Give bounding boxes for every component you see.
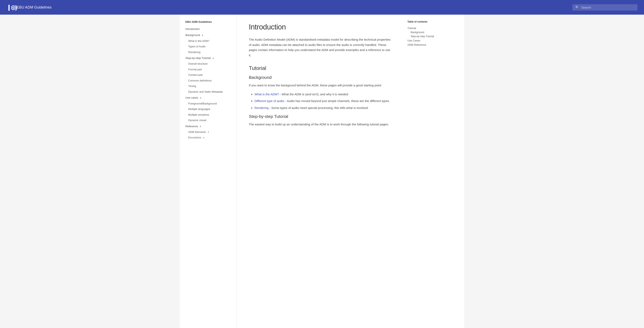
search-box[interactable]: 🔍 — [572, 4, 638, 10]
sidebar-item-content-part[interactable]: Content part — [184, 72, 233, 78]
bullet-link[interactable]: Rendering — [254, 106, 268, 110]
sidebar-item-label: ADM Elements — [188, 130, 206, 134]
toc-item-toc-background[interactable]: Background — [408, 30, 444, 34]
sidebar-item-label: Reference — [186, 124, 198, 128]
sidebar-item-multiple-languages[interactable]: Multiple languages — [184, 106, 233, 112]
list-item: Different type of audio - Audio has move… — [254, 98, 391, 104]
background-heading: Background — [249, 75, 391, 80]
sidebar-item-common-definitions[interactable]: Common definitions — [184, 78, 233, 84]
bullet-link[interactable]: What is the ADM? — [254, 92, 279, 96]
sidebar-item-dynamic-mixed[interactable]: Dynamic mixed — [184, 118, 233, 123]
sidebar-item-adm-elements[interactable]: ADM Elements∧ — [184, 129, 233, 135]
toc-items: TutorialBackgroundStep-by-step TutorialU… — [408, 26, 444, 47]
step-by-step-text: The easiest way to build up an understan… — [249, 122, 391, 127]
main-content: Introduction The Audio Definition Model … — [236, 15, 403, 328]
sidebar-item-label: Multiple languages — [188, 107, 210, 111]
sidebar-item-step-by-step[interactable]: Step-by-step Tutorial∧ — [184, 55, 233, 61]
sidebar: EBU ADM Guidelines IntroductionBackgroun… — [180, 15, 236, 328]
sidebar-item-label: Multiple storylines — [188, 113, 209, 117]
sidebar-item-multiple-storylines[interactable]: Multiple storylines — [184, 112, 233, 118]
background-bullet-list: What is the ADM? - What the ADM is (and … — [249, 92, 391, 110]
toc-item-toc-use-cases[interactable]: Use Cases — [408, 38, 444, 43]
page-layout: EBU ADM Guidelines IntroductionBackgroun… — [180, 15, 464, 328]
table-of-contents: Table of contents TutorialBackgroundStep… — [403, 15, 448, 328]
logo: ❙◎) — [6, 4, 17, 11]
sidebar-item-label: Dynamic mixed — [188, 118, 206, 122]
sidebar-item-timing[interactable]: Timing — [184, 83, 233, 89]
sidebar-item-what-is-adm[interactable]: What is the ADM? — [184, 38, 233, 44]
sidebar-item-excursions[interactable]: Excursions∧ — [184, 135, 233, 140]
toc-item-toc-step-by-step[interactable]: Step-by-step Tutorial — [408, 34, 444, 38]
caret-icon: ∧ — [208, 130, 209, 134]
background-text: If you want to know the backgound behind… — [249, 83, 391, 88]
caret-icon: ∧ — [200, 96, 202, 100]
logo-icon: ❙◎) — [6, 4, 17, 11]
search-input[interactable] — [582, 6, 635, 9]
sidebar-item-label: Step-by-step Tutorial — [186, 56, 211, 60]
sidebar-nav: IntroductionBackground∧What is the ADM?T… — [184, 26, 233, 140]
sidebar-item-label: Format part — [188, 68, 202, 72]
sidebar-item-label: Overall structure — [188, 62, 208, 66]
sidebar-item-use-cases[interactable]: Use cases∧ — [184, 95, 233, 100]
sidebar-item-label: Rendering — [188, 50, 200, 54]
sidebar-item-label: Use cases — [186, 96, 198, 100]
sidebar-item-foreground-background[interactable]: Foreground/Background — [184, 101, 233, 106]
step-by-step-heading: Step-by-step Tutorial — [249, 114, 391, 119]
sidebar-item-types-of-audio[interactable]: Types of Audio — [184, 44, 233, 50]
caret-icon: ∧ — [200, 124, 201, 128]
intro-paragraph: The Audio Definition Model (ADM) is stan… — [249, 37, 391, 58]
sidebar-item-label: Dynamic and Static Metadata — [188, 90, 223, 94]
sidebar-item-label: Timing — [188, 84, 196, 88]
sidebar-item-label: Introduction — [186, 27, 200, 31]
sidebar-item-reference[interactable]: Reference∧ — [184, 124, 233, 129]
sidebar-root-label: EBU ADM Guidelines — [184, 20, 233, 23]
sidebar-item-format-part[interactable]: Format part — [184, 67, 233, 72]
list-item: What is the ADM? - What the ADM is (and … — [254, 92, 391, 97]
sidebar-item-background[interactable]: Background∧ — [184, 32, 233, 38]
sidebar-item-introduction[interactable]: Introduction — [184, 26, 233, 32]
sidebar-item-label: Types of Audio — [188, 44, 206, 48]
header: ❙◎) EBU ADM Guidelines 🔍 — [0, 0, 644, 15]
toc-title: Table of contents — [408, 20, 444, 23]
header-title: EBU ADM Guidelines — [17, 5, 52, 10]
sidebar-item-label: Background — [186, 33, 200, 37]
sidebar-item-overall-structure[interactable]: Overall structure — [184, 61, 233, 67]
toc-item-toc-tutorial[interactable]: Tutorial — [408, 26, 444, 30]
page-title: Introduction — [249, 23, 391, 31]
caret-icon: ∧ — [203, 136, 204, 140]
toc-item-toc-adm-reference[interactable]: ADM Reference — [408, 43, 444, 47]
sidebar-item-dynamic-static[interactable]: Dynamic and Static Metadata — [184, 89, 233, 95]
bullet-link[interactable]: Different type of audio — [254, 99, 284, 103]
caret-icon: ∧ — [202, 34, 203, 37]
search-icon: 🔍 — [575, 6, 579, 9]
sidebar-item-label: Foreground/Background — [188, 102, 217, 106]
list-item: Rendering - Some types of audio need spe… — [254, 105, 391, 110]
sidebar-item-label: Content part — [188, 73, 203, 77]
caret-icon: ∧ — [212, 56, 214, 60]
sidebar-item-rendering[interactable]: Rendering — [184, 50, 233, 55]
sidebar-item-label: Common definitions — [188, 79, 212, 83]
sidebar-item-label: What is the ADM? — [188, 39, 210, 43]
tutorial-heading: Tutorial — [249, 65, 391, 71]
sidebar-item-label: Excursions — [188, 136, 201, 140]
